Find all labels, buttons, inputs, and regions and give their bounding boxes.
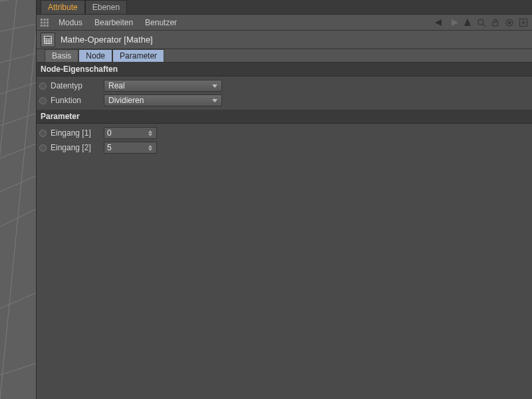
svg-rect-13	[41, 19, 43, 21]
svg-rect-18	[47, 21, 49, 23]
nav-prev-icon[interactable]	[435, 18, 444, 27]
svg-line-8	[0, 293, 37, 326]
dropdown-datentyp[interactable]: Real	[104, 80, 222, 92]
tab-attribute[interactable]: Attribute	[41, 0, 85, 14]
svg-line-26	[483, 24, 485, 27]
settings-icon[interactable]	[505, 18, 514, 27]
label-funktion: Funktion	[51, 96, 100, 105]
svg-rect-38	[45, 41, 47, 43]
svg-line-6	[0, 176, 37, 209]
input-eingang1[interactable]: 0	[104, 127, 157, 139]
input-eingang2[interactable]: 5	[104, 142, 157, 154]
svg-line-5	[0, 144, 37, 174]
svg-rect-39	[47, 41, 49, 43]
label-eingang1: Eingang [1]	[51, 128, 100, 138]
svg-rect-21	[47, 25, 49, 27]
svg-line-9	[0, 363, 37, 388]
calculator-icon	[41, 33, 55, 47]
svg-rect-16	[41, 21, 43, 23]
svg-line-12	[0, 27, 37, 399]
anim-toggle-eingang2[interactable]	[39, 144, 47, 152]
spinner-eingang1[interactable]	[148, 128, 155, 138]
object-header: Mathe-Operator [Mathe]	[37, 31, 532, 49]
subtab-node[interactable]: Node	[78, 49, 112, 63]
nav-up-icon[interactable]	[463, 18, 472, 27]
section-header-parameter: Parameter	[37, 110, 532, 124]
attribute-sub-tabs: Basis Node Parameter	[37, 49, 532, 63]
object-title: Mathe-Operator [Mathe]	[61, 35, 153, 45]
svg-rect-36	[47, 39, 49, 41]
label-eingang2: Eingang [2]	[51, 143, 100, 152]
svg-rect-19	[41, 25, 43, 27]
chevron-down-icon	[212, 99, 217, 102]
subtab-basis[interactable]: Basis	[45, 49, 78, 63]
viewport-grid	[0, 0, 37, 399]
svg-marker-22	[435, 19, 442, 26]
svg-rect-37	[49, 39, 51, 41]
dropdown-funktion[interactable]: Dividieren	[104, 94, 222, 106]
svg-marker-23	[452, 19, 458, 26]
svg-line-4	[0, 113, 37, 140]
spinner-eingang2[interactable]	[148, 142, 155, 153]
svg-rect-14	[44, 19, 46, 21]
svg-line-2	[0, 53, 37, 73]
nav-next-icon[interactable]	[449, 18, 458, 27]
search-icon[interactable]	[477, 18, 486, 27]
svg-rect-20	[44, 25, 46, 27]
empty-content-area	[37, 157, 532, 399]
section-header-node-props: Node-Eigenschaften	[37, 63, 532, 76]
lock-icon[interactable]	[491, 18, 500, 27]
input-eingang1-value: 0	[107, 128, 112, 138]
svg-line-1	[0, 24, 37, 40]
svg-marker-24	[464, 19, 471, 26]
panel-tabs: Attribute Ebenen	[37, 0, 532, 15]
anim-toggle-funktion[interactable]	[39, 97, 47, 104]
svg-rect-27	[493, 22, 498, 26]
menu-bearbeiten[interactable]: Bearbeiten	[88, 18, 139, 27]
anim-toggle-eingang1[interactable]	[39, 130, 47, 137]
dropdown-datentyp-value: Real	[108, 81, 125, 90]
svg-rect-35	[45, 39, 47, 41]
svg-line-0	[0, 0, 37, 7]
svg-rect-40	[49, 41, 51, 43]
attribute-menubar: Modus Bearbeiten Benutzer	[37, 15, 532, 31]
svg-rect-34	[45, 37, 51, 39]
label-datentyp: Datentyp	[51, 81, 100, 90]
grid-icon[interactable]	[37, 15, 53, 31]
svg-line-11	[0, 0, 17, 399]
svg-point-25	[478, 19, 483, 25]
svg-rect-17	[44, 21, 46, 23]
chevron-down-icon	[212, 84, 217, 88]
svg-rect-15	[47, 19, 49, 21]
menu-modus[interactable]: Modus	[53, 18, 88, 27]
dropdown-funktion-value: Dividieren	[108, 96, 144, 105]
anim-toggle-datentyp[interactable]	[39, 82, 47, 90]
subtab-parameter[interactable]: Parameter	[112, 49, 164, 63]
input-eingang2-value: 5	[107, 143, 112, 152]
svg-point-29	[508, 21, 511, 24]
tab-ebenen[interactable]: Ebenen	[85, 0, 127, 14]
new-window-icon[interactable]	[519, 18, 528, 27]
menu-benutzer[interactable]: Benutzer	[139, 18, 183, 27]
